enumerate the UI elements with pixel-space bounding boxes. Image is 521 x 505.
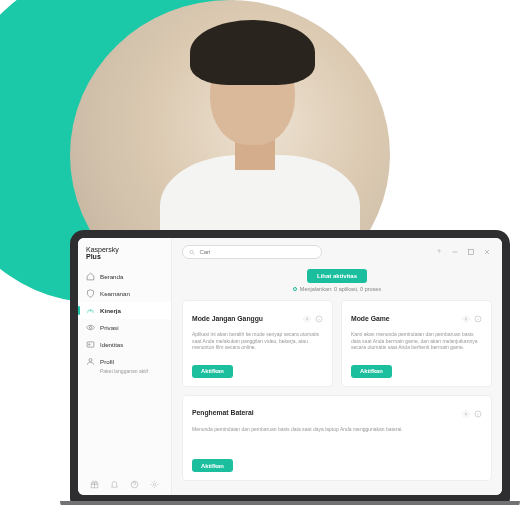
status-dot-icon — [293, 287, 297, 291]
search-box[interactable] — [182, 245, 322, 259]
svg-point-13 — [465, 413, 467, 415]
sidebar-item-label: Kinerja — [100, 307, 121, 314]
svg-rect-1 — [87, 342, 94, 347]
activate-dnd-button[interactable]: Aktifkan — [192, 365, 233, 378]
gear-icon[interactable] — [303, 309, 311, 327]
sidebar-item-identitas[interactable]: Identitas — [78, 336, 171, 353]
svg-point-6 — [154, 483, 156, 485]
brand-tier: Plus — [86, 253, 163, 260]
gear-icon[interactable] — [150, 480, 159, 489]
svg-rect-8 — [469, 250, 474, 255]
sidebar-item-privasi[interactable]: Privasi — [78, 319, 171, 336]
window-close-button[interactable] — [482, 247, 492, 257]
info-icon[interactable] — [474, 309, 482, 327]
brand: Kaspersky Plus — [78, 238, 171, 266]
gear-icon[interactable] — [462, 404, 470, 422]
sidebar: Kaspersky Plus Beranda Keamanan Kinerja — [78, 238, 172, 495]
card-battery: Penghemat Baterai Menunda pemindaian dan… — [182, 395, 492, 482]
info-icon[interactable] — [315, 309, 323, 327]
card-desc: Kami akan menunda pemindaian dan pembaru… — [351, 331, 482, 351]
shield-icon — [86, 289, 95, 298]
card-dnd: Mode Jangan Ganggu Aplikasi ini akan ber… — [182, 300, 333, 387]
status-text: Menjalankan: 0 aplikasi, 0 proses — [300, 286, 381, 292]
gift-icon[interactable] — [90, 480, 99, 489]
svg-point-3 — [89, 359, 92, 362]
brand-name: Kaspersky — [86, 246, 163, 253]
activate-battery-button[interactable]: Aktifkan — [192, 459, 233, 472]
sidebar-item-profil[interactable]: Profil — [78, 353, 171, 370]
performance-icon — [86, 306, 95, 315]
sidebar-item-beranda[interactable]: Beranda — [78, 268, 171, 285]
svg-point-7 — [190, 250, 193, 253]
status-row: Menjalankan: 0 aplikasi, 0 proses — [182, 286, 492, 292]
card-title: Mode Jangan Ganggu — [192, 315, 263, 322]
svg-point-2 — [89, 344, 91, 346]
svg-point-11 — [465, 318, 467, 320]
window-maximize-button[interactable] — [466, 247, 476, 257]
content-area: Lihat aktivitas Menjalankan: 0 aplikasi,… — [172, 264, 502, 495]
card-title: Mode Game — [351, 315, 390, 322]
card-title: Penghemat Baterai — [192, 409, 254, 416]
sidebar-bottom-bar — [78, 474, 171, 495]
search-input[interactable] — [199, 249, 315, 255]
bell-icon[interactable] — [110, 480, 119, 489]
sidebar-item-label: Identitas — [100, 341, 123, 348]
laptop-mockup: Kaspersky Plus Beranda Keamanan Kinerja — [70, 230, 510, 505]
sidebar-item-keamanan[interactable]: Keamanan — [78, 285, 171, 302]
card-desc: Aplikasi ini akan beralih ke mode senyap… — [192, 331, 323, 351]
gear-icon[interactable] — [462, 309, 470, 327]
svg-point-0 — [89, 326, 91, 328]
info-icon[interactable] — [474, 404, 482, 422]
identity-icon — [86, 340, 95, 349]
window-minimize-button[interactable] — [450, 247, 460, 257]
sidebar-item-label: Privasi — [100, 324, 119, 331]
svg-point-9 — [306, 318, 308, 320]
home-icon — [86, 272, 95, 281]
help-icon[interactable] — [130, 480, 139, 489]
sidebar-item-label: Keamanan — [100, 290, 130, 297]
sidebar-item-label: Beranda — [100, 273, 123, 280]
view-activity-button[interactable]: Lihat aktivitas — [307, 269, 367, 283]
main-panel: Lihat aktivitas Menjalankan: 0 aplikasi,… — [172, 238, 502, 495]
activate-game-button[interactable]: Aktifkan — [351, 365, 392, 378]
sidebar-item-kinerja[interactable]: Kinerja — [78, 302, 171, 319]
nav-list: Beranda Keamanan Kinerja Privasi Identit… — [78, 266, 171, 474]
card-game: Mode Game Kami akan menunda pemindaian d… — [341, 300, 492, 387]
profile-icon — [86, 357, 95, 366]
topbar — [172, 238, 502, 264]
privacy-icon — [86, 323, 95, 332]
card-desc: Menunda pemindaian dan pembaruan basis d… — [192, 426, 482, 446]
sidebar-item-label: Profil — [100, 358, 114, 365]
app-window: Kaspersky Plus Beranda Keamanan Kinerja — [78, 238, 502, 495]
window-help-button[interactable] — [434, 247, 444, 257]
search-icon — [189, 249, 195, 256]
